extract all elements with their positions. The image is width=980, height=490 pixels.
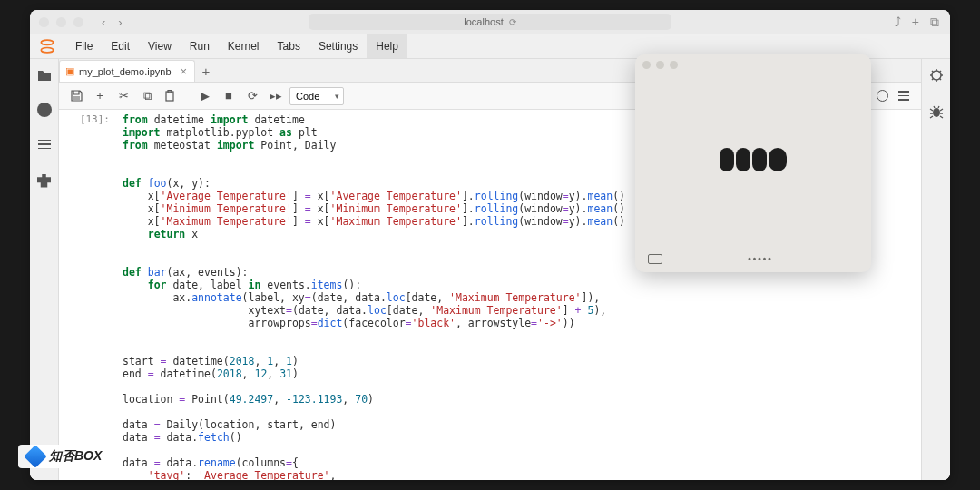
window-controls: [39, 17, 83, 27]
tabs-icon[interactable]: ⧉: [930, 15, 939, 30]
screen-share-icon[interactable]: [648, 254, 662, 264]
menu-view[interactable]: View: [139, 34, 181, 58]
watermark-cube-icon: [24, 445, 46, 467]
overlay-minimize-button[interactable]: [656, 61, 664, 69]
running-sessions-icon[interactable]: [37, 103, 52, 117]
overlay-body: [635, 74, 871, 245]
menu-tabs[interactable]: Tabs: [269, 34, 309, 58]
save-button[interactable]: [66, 86, 86, 106]
extensions-icon[interactable]: [35, 172, 54, 190]
back-button[interactable]: ‹: [102, 15, 105, 29]
cell-prompt: [13]:: [59, 112, 117, 480]
share-icon[interactable]: ⤴: [895, 15, 901, 30]
new-tab-icon[interactable]: +: [912, 15, 919, 30]
svg-point-0: [41, 40, 53, 44]
insert-cell-button[interactable]: +: [90, 86, 110, 106]
toolbar-menu-icon[interactable]: [894, 86, 914, 106]
svg-point-1: [41, 47, 53, 52]
toc-icon[interactable]: [35, 135, 54, 153]
restart-button[interactable]: ⟳: [242, 86, 262, 106]
watermark: 知否BOX: [18, 445, 111, 468]
file-browser-icon[interactable]: [35, 66, 54, 84]
voice-indicator-icon: [720, 148, 787, 172]
svg-point-3: [933, 108, 940, 117]
nav-arrows: ‹ ›: [102, 15, 122, 29]
minimize-window-button[interactable]: [56, 17, 66, 27]
notebook-tab[interactable]: ▣ my_plot_demo.ipynb ×: [59, 60, 195, 82]
left-sidebar: [30, 59, 59, 480]
reload-icon[interactable]: ⟳: [509, 17, 516, 27]
jupyter-logo[interactable]: [35, 34, 59, 58]
address-text: localhost: [464, 16, 503, 27]
address-bar[interactable]: localhost ⟳: [309, 14, 671, 30]
watermark-text: 知否BOX: [49, 448, 102, 465]
kernel-status-icon[interactable]: [877, 90, 888, 102]
overlay-titlebar: [635, 54, 871, 74]
notebook-icon: ▣: [65, 65, 74, 77]
right-sidebar: [921, 59, 950, 480]
menu-kernel[interactable]: Kernel: [219, 34, 269, 58]
tab-label: my_plot_demo.ipynb: [79, 66, 172, 77]
paste-button[interactable]: [161, 86, 181, 106]
close-window-button[interactable]: [39, 17, 49, 27]
overlay-close-button[interactable]: [642, 61, 651, 69]
tab-close-icon[interactable]: ×: [180, 64, 187, 78]
cell-type-value: Code: [296, 91, 319, 102]
run-button[interactable]: ▶: [195, 86, 215, 106]
overlay-window[interactable]: •••••: [635, 54, 871, 272]
property-inspector-icon[interactable]: [927, 66, 946, 84]
browser-titlebar: ‹ › localhost ⟳ ⤴ + ⧉: [30, 10, 950, 34]
tab-add-button[interactable]: +: [195, 60, 217, 82]
interrupt-button[interactable]: ■: [219, 86, 239, 106]
overlay-footer-dots: •••••: [748, 254, 773, 264]
menu-file[interactable]: File: [66, 34, 102, 58]
restart-run-all-button[interactable]: ▸▸: [266, 86, 286, 106]
maximize-window-button[interactable]: [74, 17, 83, 27]
menu-help[interactable]: Help: [367, 34, 407, 58]
overlay-maximize-button[interactable]: [670, 61, 678, 69]
cut-button[interactable]: ✂: [113, 86, 133, 106]
cell-type-select[interactable]: Code: [289, 87, 344, 105]
menu-settings[interactable]: Settings: [309, 34, 367, 58]
menu-edit[interactable]: Edit: [102, 34, 139, 58]
overlay-footer: •••••: [635, 245, 871, 272]
copy-button[interactable]: ⧉: [137, 86, 157, 106]
debugger-icon[interactable]: [927, 103, 946, 121]
forward-button[interactable]: ›: [118, 15, 122, 29]
menu-run[interactable]: Run: [181, 34, 219, 58]
browser-right-icons: ⤴ + ⧉: [895, 15, 939, 30]
